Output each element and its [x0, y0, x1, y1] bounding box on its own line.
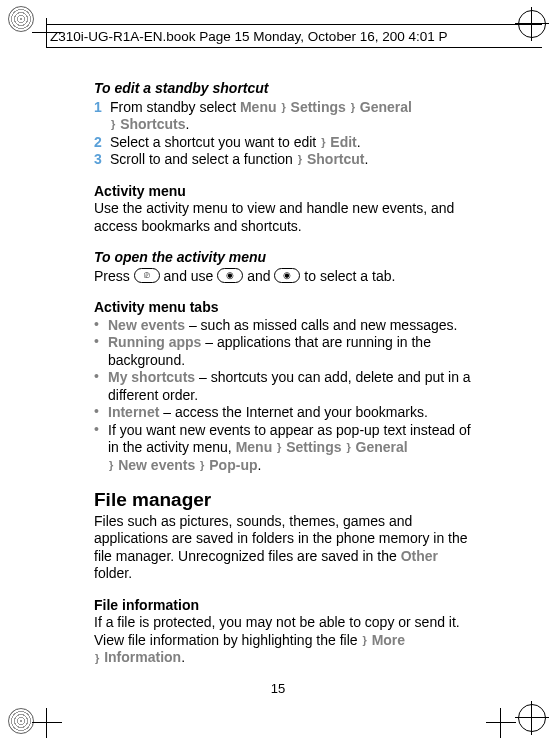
bullet-icon: •	[94, 422, 108, 475]
menu-edit: Edit	[330, 134, 356, 150]
open-activity-body: Press ⎚ and use ◉ and ◉ to select a tab.	[94, 268, 474, 286]
nav-right-icon: ◉	[274, 268, 300, 283]
step-num-3: 3	[94, 151, 110, 169]
nav-arrow-icon: }	[111, 118, 115, 132]
menu-shortcut: Shortcut	[307, 151, 365, 167]
label-new-events: New events	[108, 317, 185, 333]
nav-arrow-icon: }	[298, 153, 302, 167]
page-number: 15	[0, 681, 556, 696]
heading-activity-menu: Activity menu	[94, 183, 474, 201]
heading-edit-shortcut: To edit a standby shortcut	[94, 80, 474, 98]
press-text: Press	[94, 268, 134, 284]
section-file-info: File information If a file is protected,…	[94, 597, 474, 667]
and-text: and	[243, 268, 274, 284]
heading-file-manager: File manager	[94, 488, 474, 512]
step1-pre: From standby select	[110, 99, 240, 115]
crop-circle-tl	[8, 6, 34, 32]
menu-menu: Menu	[240, 99, 277, 115]
menu-newevents: New events	[118, 457, 195, 473]
crop-cross-bl	[32, 708, 62, 738]
heading-file-info: File information	[94, 597, 474, 615]
nav-arrow-icon: }	[281, 101, 285, 115]
menu-menu2: Menu	[236, 439, 273, 455]
bullet-icon: •	[94, 404, 108, 422]
bullet-icon: •	[94, 334, 108, 369]
nav-arrow-icon: }	[277, 441, 281, 455]
bullet-my-shortcuts: • My shortcuts – shortcuts you can add, …	[94, 369, 474, 404]
step-3: 3 Scroll to and select a function } Shor…	[94, 151, 474, 169]
bullet-icon: •	[94, 369, 108, 404]
text-internet: – access the Internet and your bookmarks…	[159, 404, 427, 420]
section-open-activity: To open the activity menu Press ⎚ and us…	[94, 249, 474, 285]
menu-settings: Settings	[291, 99, 346, 115]
nav-left-icon: ◉	[217, 268, 243, 283]
nav-arrow-icon: }	[346, 441, 350, 455]
step-body-2: Select a shortcut you want to edit } Edi…	[110, 134, 474, 152]
menu-general: General	[360, 99, 412, 115]
page-content: To edit a standby shortcut 1 From standb…	[94, 80, 474, 681]
label-running-apps: Running apps	[108, 334, 201, 350]
menu-more: More	[372, 632, 405, 648]
menu-settings2: Settings	[286, 439, 341, 455]
post-text: to select a tab.	[300, 268, 395, 284]
nav-arrow-icon: }	[321, 136, 325, 150]
folder-other: Other	[401, 548, 438, 564]
bullet-icon: •	[94, 317, 108, 335]
file-info-body: If a file is protected, you may not be a…	[94, 614, 474, 667]
activity-key-icon: ⎚	[134, 268, 160, 283]
page-meta-header: Z310i-UG-R1A-EN.book Page 15 Monday, Oct…	[46, 24, 542, 48]
step-num-2: 2	[94, 134, 110, 152]
menu-popup: Pop-up	[209, 457, 257, 473]
bullet-popup: • If you want new events to appear as po…	[94, 422, 474, 475]
section-file-manager: File manager Files such as pictures, sou…	[94, 488, 474, 583]
fm-post: folder.	[94, 565, 132, 581]
crop-circle-bl	[8, 708, 34, 734]
crop-target-br	[518, 704, 546, 732]
menu-shortcuts: Shortcuts	[120, 116, 185, 132]
page-meta-text: Z310i-UG-R1A-EN.book Page 15 Monday, Oct…	[50, 29, 447, 44]
nav-arrow-icon: }	[362, 634, 366, 648]
step-1: 1 From standby select Menu } Settings } …	[94, 99, 474, 134]
label-my-shortcuts: My shortcuts	[108, 369, 195, 385]
step-num-1: 1	[94, 99, 110, 134]
section-activity-menu: Activity menu Use the activity menu to v…	[94, 183, 474, 236]
step-body-3: Scroll to and select a function } Shortc…	[110, 151, 474, 169]
bullet-internet: • Internet – access the Internet and you…	[94, 404, 474, 422]
heading-open-activity: To open the activity menu	[94, 249, 474, 267]
step-body-1: From standby select Menu } Settings } Ge…	[110, 99, 474, 134]
step3-pre: Scroll to and select a function	[110, 151, 297, 167]
use-text: and use	[160, 268, 218, 284]
section-activity-tabs: Activity menu tabs • New events – such a…	[94, 299, 474, 474]
label-internet: Internet	[108, 404, 159, 420]
menu-general2: General	[356, 439, 408, 455]
file-manager-body: Files such as pictures, sounds, themes, …	[94, 513, 474, 583]
heading-activity-tabs: Activity menu tabs	[94, 299, 474, 317]
activity-menu-body: Use the activity menu to view and handle…	[94, 200, 474, 235]
nav-arrow-icon: }	[109, 459, 113, 473]
crop-cross-br	[486, 708, 516, 738]
text-new-events: – such as missed calls and new messages.	[185, 317, 457, 333]
nav-arrow-icon: }	[95, 652, 99, 666]
bullet-new-events: • New events – such as missed calls and …	[94, 317, 474, 335]
step-2: 2 Select a shortcut you want to edit } E…	[94, 134, 474, 152]
step2-pre: Select a shortcut you want to edit	[110, 134, 320, 150]
menu-information: Information	[104, 649, 181, 665]
section-edit-shortcut: To edit a standby shortcut 1 From standb…	[94, 80, 474, 169]
nav-arrow-icon: }	[200, 459, 204, 473]
bullet-running-apps: • Running apps – applications that are r…	[94, 334, 474, 369]
nav-arrow-icon: }	[351, 101, 355, 115]
